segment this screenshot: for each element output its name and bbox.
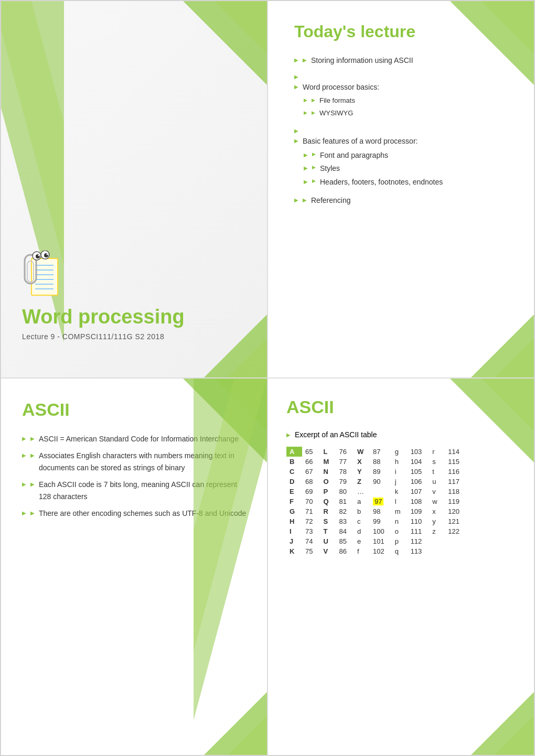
table-row: I73T84d100o111z122 — [286, 526, 467, 536]
slide-today-lecture: Today's lecture ▶ Storing information us… — [268, 1, 534, 378]
ascii-char-cell: p — [392, 536, 408, 546]
table-row: C67N78Y89i105t116 — [286, 467, 467, 477]
ascii-char-cell: s — [429, 457, 445, 467]
ascii-char-cell: m — [392, 506, 408, 516]
ascii-char-cell: X — [354, 457, 370, 467]
ascii-char-cell: e — [354, 536, 370, 546]
ascii-num-cell: 106 — [408, 477, 430, 487]
ascii-bullet-3: ▶ There are other encoding schemes such … — [22, 507, 249, 519]
ascii-num-cell — [370, 487, 392, 496]
ascii-num-cell: 100 — [370, 526, 392, 536]
table-row: A65L76W87g103r114 — [286, 447, 467, 457]
table-row: E69P80…k107v118 — [286, 487, 467, 496]
ascii-num-cell: 111 — [408, 526, 430, 536]
ascii-num-cell: 109 — [408, 506, 430, 516]
ascii-char-cell: b — [354, 506, 370, 516]
ascii-char-cell: O — [320, 477, 336, 487]
ascii-num-cell: 117 — [445, 477, 467, 487]
ascii-num-cell: 71 — [302, 506, 320, 516]
deco-br2-s2 — [495, 338, 534, 377]
deco-br2-s3 — [228, 716, 267, 755]
ascii-num-cell: 120 — [445, 506, 467, 516]
ascii-char-cell: w — [429, 496, 445, 506]
ascii-char-cell: E — [286, 487, 302, 496]
table-row: D68O79Z90j106u117 — [286, 477, 467, 487]
ascii-num-cell: 108 — [408, 496, 430, 506]
ascii-char-cell: u — [429, 477, 445, 487]
ascii-num-cell: 89 — [370, 467, 392, 477]
ascii-num-cell: 79 — [336, 477, 354, 487]
ascii-num-cell — [445, 546, 467, 556]
ascii-num-cell: 107 — [408, 487, 430, 496]
ascii-num-cell: 65 — [302, 447, 320, 457]
ascii-char-cell — [429, 536, 445, 546]
ascii-num-cell: 90 — [370, 477, 392, 487]
svg-point-13 — [38, 255, 40, 256]
ascii-char-cell: G — [286, 506, 302, 516]
features-sublist: ▶ Font and paragraphs ▶ Styles ▶ Headers… — [304, 149, 443, 189]
deco-top-right-2 — [215, 1, 267, 53]
ascii-num-cell: 121 — [445, 516, 467, 526]
ascii-num-cell: 101 — [370, 536, 392, 546]
ascii-num-cell: 99 — [370, 516, 392, 526]
ascii-table-label: Excerpt of an ASCII table — [295, 430, 377, 439]
table-row: K75V86f102q113 — [286, 546, 467, 556]
table-row: J74U85e101p112 — [286, 536, 467, 546]
ascii-char-cell: W — [354, 447, 370, 457]
ascii-char-cell: l — [392, 496, 408, 506]
ascii-table-wrapper: A65L76W87g103r114B66M77X88h104s115C67N78… — [286, 447, 518, 556]
deco-tr2-s4 — [482, 379, 534, 431]
ascii-char-cell: t — [429, 467, 445, 477]
ascii-char-cell: B — [286, 457, 302, 467]
clippy-illustration — [22, 251, 64, 298]
table-row: G71R82b98m109x120 — [286, 506, 467, 516]
ascii-char-cell: L — [320, 447, 336, 457]
ascii-char-cell: I — [286, 526, 302, 536]
wp-sublist: ▶ File formats ▶ WYSIWYG — [304, 95, 355, 121]
ascii-num-cell: 112 — [408, 536, 430, 546]
ascii-num-cell: 97 — [370, 496, 392, 506]
ascii-num-cell: 67 — [302, 467, 320, 477]
ascii-char-cell: F — [286, 496, 302, 506]
ascii-char-cell: o — [392, 526, 408, 536]
ascii-char-cell: … — [354, 487, 370, 496]
slide-title: Word processing — [22, 306, 249, 328]
deco-tr2-s2 — [482, 1, 534, 53]
ascii-num-cell — [445, 536, 467, 546]
ascii-char-cell: k — [392, 487, 408, 496]
ascii-char-cell: C — [286, 467, 302, 477]
ascii-num-cell: 66 — [302, 457, 320, 467]
ascii-char-cell: j — [392, 477, 408, 487]
ascii-char-cell: K — [286, 546, 302, 556]
ascii-char-cell: S — [320, 516, 336, 526]
ascii-char-cell: P — [320, 487, 336, 496]
slide-ascii-def: ASCII ▶ ASCII = American Standard Code f… — [1, 378, 268, 755]
ascii-char-cell: d — [354, 526, 370, 536]
ascii-char-cell: A — [286, 447, 302, 457]
bullet-arrow: ▶ — [303, 56, 307, 64]
bullet-ascii-text: Storing information using ASCII — [311, 55, 413, 66]
ascii-num-cell: 69 — [302, 487, 320, 496]
ascii-num-cell: 72 — [302, 516, 320, 526]
ascii-char-cell: T — [320, 526, 336, 536]
bullet-wp-text: Word processor basics: — [303, 81, 379, 93]
ascii-num-cell: 116 — [445, 467, 467, 477]
ascii-num-cell: 76 — [336, 447, 354, 457]
ascii-char-cell: Q — [320, 496, 336, 506]
sub-styles: ▶ Styles — [304, 163, 443, 174]
ascii-char-cell: R — [320, 506, 336, 516]
sub-wysiwyg: ▶ WYSIWYG — [304, 108, 355, 119]
slide-subtitle: Lecture 9 - COMPSCI111/111G S2 2018 — [22, 332, 249, 341]
ascii-num-cell: 105 — [408, 467, 430, 477]
ascii-num-cell: 80 — [336, 487, 354, 496]
ascii-bullet-2: ▶ Each ASCII code is 7 bits long, meanin… — [22, 479, 249, 502]
ascii-char-cell: f — [354, 546, 370, 556]
ascii-char-cell: h — [392, 457, 408, 467]
ascii-char-cell: Z — [354, 477, 370, 487]
ascii-char-cell: M — [320, 457, 336, 467]
ascii-char-cell: i — [392, 467, 408, 477]
ascii-char-cell: Y — [354, 467, 370, 477]
table-row: H72S83c99n110y121 — [286, 516, 467, 526]
slide-ascii-table: ASCII ▶ Excerpt of an ASCII table A65L76… — [268, 378, 534, 755]
ascii-char-cell: q — [392, 546, 408, 556]
